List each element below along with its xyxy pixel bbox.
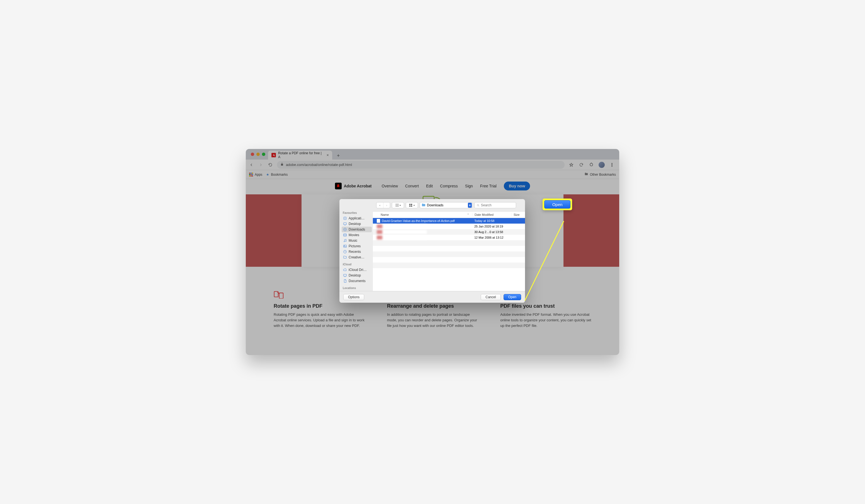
svg-point-20: [346, 241, 346, 242]
nav-history: ‹ ›: [376, 202, 390, 208]
extensions-icon[interactable]: [589, 162, 594, 168]
app-icon: [343, 216, 347, 220]
reload-button[interactable]: [267, 162, 273, 168]
sidebar-item-applications[interactable]: Applicati…: [342, 215, 372, 221]
maximize-window[interactable]: [262, 153, 265, 156]
svg-rect-11: [411, 204, 412, 205]
nav-compress[interactable]: Compress: [440, 184, 458, 188]
dialog-sidebar: Favourites Applicati… Desktop Downloads …: [339, 211, 373, 291]
feature-title: Rotate pages in PDF: [274, 303, 365, 309]
col-date[interactable]: Date Modified: [472, 213, 511, 216]
svg-rect-12: [410, 206, 411, 207]
movies-icon: [343, 233, 347, 237]
redacted-file: [377, 236, 427, 239]
menu-icon[interactable]: [609, 162, 615, 168]
file-date: Today at 10:58: [472, 219, 511, 222]
adobe-favicon: [272, 153, 276, 157]
url-text: adobe.com/acrobat/online/rotate-pdf.html: [286, 163, 352, 167]
col-size[interactable]: Size: [511, 213, 525, 216]
new-tab-button[interactable]: +: [334, 152, 342, 160]
toolbar: adobe.com/acrobat/online/rotate-pdf.html: [246, 160, 619, 170]
sidebar-item-creative[interactable]: Creative…: [342, 255, 372, 260]
adobe-logo[interactable]: Adobe Acrobat: [335, 183, 372, 189]
list-view-toggle[interactable]: ▾: [392, 202, 404, 208]
column-headers: Name⌃ Date Modified Size: [373, 211, 525, 218]
star-icon: ★: [266, 173, 269, 177]
sidebar-item-icloud-desktop[interactable]: Desktop: [342, 273, 372, 278]
other-bookmarks-label: Other Bookmarks: [590, 173, 616, 177]
dialog-forward[interactable]: ›: [383, 202, 390, 208]
sidebar-label: Recents: [349, 250, 361, 254]
file-row[interactable]: 12 Mar 2006 at 13:12: [373, 235, 525, 240]
close-window[interactable]: [251, 153, 254, 156]
sidebar-item-recents[interactable]: Recents: [342, 249, 372, 255]
feature-text: Adobe invented the PDF format. When you …: [500, 312, 591, 329]
minimize-window[interactable]: [256, 153, 260, 156]
sidebar-item-icloud-drive[interactable]: iCloud Dri…: [342, 267, 372, 273]
file-row[interactable]: 30 Aug 2…0 at 13:58: [373, 229, 525, 235]
nav-edit[interactable]: Edit: [426, 184, 433, 188]
forward-button[interactable]: [258, 162, 264, 168]
sidebar-label: Desktop: [349, 273, 361, 277]
dialog-search[interactable]: [474, 202, 516, 208]
sidebar-item-music[interactable]: Music: [342, 238, 372, 243]
cancel-button[interactable]: Cancel: [481, 294, 500, 300]
close-tab-icon[interactable]: ×: [326, 153, 329, 157]
brand-label: Adobe Acrobat: [344, 184, 372, 188]
other-bookmarks[interactable]: Other Bookmarks: [584, 172, 616, 177]
feature-text: Rotating PDF pages is quick and easy wit…: [274, 312, 365, 329]
svg-rect-5: [279, 293, 283, 298]
profile-avatar[interactable]: [599, 162, 605, 168]
folder-icon: [422, 203, 426, 208]
feature-text: In addition to rotating pages to portrai…: [387, 312, 478, 329]
apps-shortcut[interactable]: Apps: [249, 173, 262, 177]
callout-annotation: Open: [543, 199, 572, 210]
pdf-file-icon: [377, 219, 380, 223]
nav-free-trial[interactable]: Free Trial: [480, 184, 497, 188]
redacted-file: [377, 224, 427, 228]
apps-grid-icon: [249, 173, 253, 177]
file-row: [373, 246, 525, 251]
sidebar-label: iCloud Dri…: [349, 268, 367, 272]
icon-view-toggle[interactable]: ▾: [406, 202, 418, 208]
sidebar-label: Desktop: [349, 222, 361, 226]
address-bar[interactable]: adobe.com/acrobat/online/rotate-pdf.html: [277, 161, 565, 169]
sidebar-item-desktop[interactable]: Desktop: [342, 221, 372, 227]
lock-icon: [280, 163, 284, 167]
sync-icon[interactable]: [578, 162, 584, 168]
file-row: [373, 257, 525, 262]
acrobat-logo-icon: [335, 183, 342, 189]
file-row[interactable]: 25 Jan 2020 at 18:19: [373, 224, 525, 229]
dropdown-arrows-icon: [468, 203, 472, 208]
bookmark-star-icon[interactable]: [568, 162, 574, 168]
location-dropdown[interactable]: Downloads: [420, 202, 473, 208]
buy-now-button[interactable]: Buy now: [504, 181, 530, 190]
search-input[interactable]: [481, 203, 514, 207]
file-row[interactable]: David-Graeber-Value-as-the-Importance-of…: [373, 218, 525, 224]
callout-open-button: Open: [544, 200, 570, 209]
options-button[interactable]: Options: [343, 294, 364, 300]
col-name[interactable]: Name⌃: [373, 213, 472, 216]
open-button[interactable]: Open: [504, 294, 521, 300]
nav-overview[interactable]: Overview: [382, 184, 398, 188]
sidebar-label: Applicati…: [349, 216, 365, 220]
sidebar-label: Music: [349, 239, 357, 243]
dialog-back[interactable]: ‹: [377, 202, 383, 208]
redacted-file: [377, 230, 427, 234]
sidebar-item-downloads[interactable]: Downloads: [342, 227, 372, 232]
location-label: Downloads: [427, 203, 443, 207]
browser-tab[interactable]: Rotate a PDF online for free | A ×: [268, 151, 332, 160]
sidebar-item-movies[interactable]: Movies: [342, 232, 372, 238]
svg-point-19: [344, 241, 344, 242]
desktop-icon: [343, 273, 347, 277]
svg-rect-18: [344, 234, 347, 236]
back-button[interactable]: [249, 162, 254, 168]
bookmarks-shortcut[interactable]: ★ Bookmarks: [266, 173, 288, 177]
svg-rect-24: [344, 274, 347, 276]
nav-convert[interactable]: Convert: [405, 184, 419, 188]
file-name: David-Graeber-Value-as-the-Importance-of…: [382, 219, 454, 222]
sidebar-item-pictures[interactable]: Pictures: [342, 243, 372, 249]
sidebar-item-icloud-documents[interactable]: Documents: [342, 278, 372, 284]
window-controls: [248, 149, 268, 160]
nav-sign[interactable]: Sign: [465, 184, 473, 188]
